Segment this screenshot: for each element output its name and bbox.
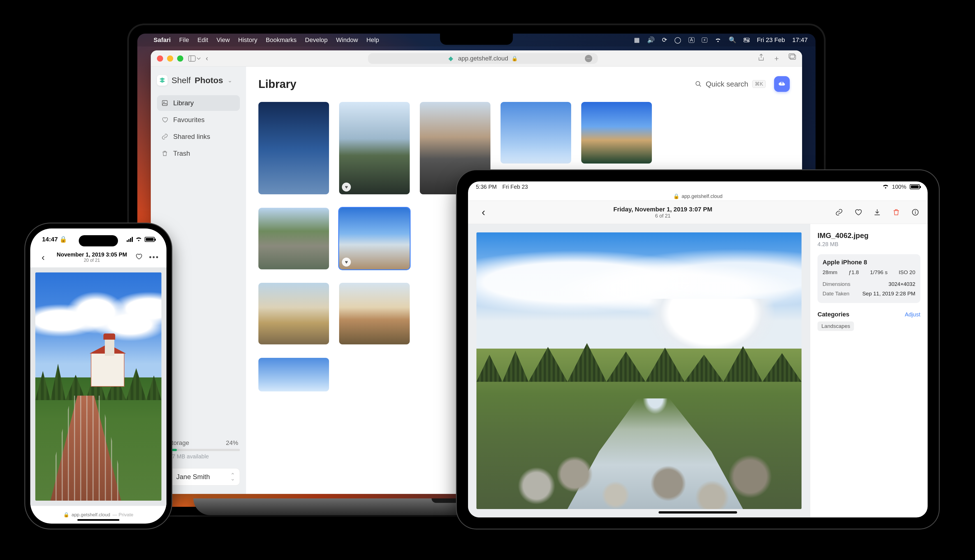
- dimensions-value: 3024×4032: [888, 281, 915, 287]
- sidebar-item-trash[interactable]: Trash: [157, 146, 240, 161]
- upload-cloud-icon: [778, 80, 786, 88]
- menubar-date[interactable]: Fri 23 Feb: [757, 37, 785, 44]
- minimize-icon[interactable]: [167, 55, 173, 62]
- delete-icon[interactable]: [892, 208, 900, 216]
- link-icon: [161, 133, 169, 140]
- menubar-time[interactable]: 17:47: [792, 37, 808, 44]
- meta-device: Apple iPhone 8: [823, 259, 915, 266]
- menu-edit[interactable]: Edit: [197, 37, 208, 44]
- menu-view[interactable]: View: [217, 37, 230, 44]
- new-tab-icon[interactable]: ＋: [773, 53, 780, 63]
- photo-thumb[interactable]: [581, 102, 652, 163]
- photo-thumb[interactable]: [339, 283, 410, 344]
- home-indicator[interactable]: [659, 511, 737, 513]
- battery-icon[interactable]: ⚡︎: [702, 38, 707, 43]
- heart-icon: [161, 117, 169, 123]
- control-center-icon[interactable]: [744, 38, 750, 42]
- safari-bottom-bar[interactable]: 🔒 app.getshelf.cloud — Private: [30, 506, 166, 523]
- svg-point-3: [748, 41, 749, 42]
- date-taken-label: Date Taken: [823, 291, 850, 297]
- storage-percent: 24%: [226, 439, 238, 447]
- wifi-icon: [883, 185, 889, 189]
- menu-file[interactable]: File: [179, 37, 189, 44]
- more-icon[interactable]: •••: [149, 253, 159, 262]
- lock-icon: 🔒: [64, 512, 69, 518]
- meta-shutter: 1/796 s: [870, 269, 888, 275]
- menu-window[interactable]: Window: [336, 37, 358, 44]
- categories-heading: Categories: [818, 311, 850, 318]
- wifi-icon: [135, 237, 142, 242]
- expand-icon: ⌃⌄: [230, 474, 235, 480]
- sidebar-item-shared[interactable]: Shared links: [157, 129, 240, 145]
- favourite-badge-icon[interactable]: ♥: [342, 258, 351, 267]
- home-indicator[interactable]: [77, 519, 119, 521]
- photo-canvas[interactable]: [468, 224, 810, 517]
- menu-app-name[interactable]: Safari: [154, 37, 171, 44]
- photo-thumb[interactable]: ♥: [339, 102, 410, 194]
- menubar-extra-icon[interactable]: ▦: [634, 37, 640, 44]
- menu-history[interactable]: History: [238, 37, 257, 44]
- svg-point-2: [745, 38, 746, 40]
- info-icon[interactable]: [911, 208, 919, 216]
- menu-develop[interactable]: Develop: [305, 37, 328, 44]
- search-button[interactable]: Quick search ⌘K: [695, 80, 766, 88]
- photo-canvas[interactable]: [30, 267, 166, 506]
- back-button[interactable]: ‹: [38, 252, 49, 263]
- window-controls[interactable]: [157, 55, 183, 62]
- favourite-icon[interactable]: [854, 208, 862, 216]
- photo-thumb[interactable]: ♥: [339, 208, 410, 269]
- chevron-down-icon: ⌄: [227, 77, 232, 84]
- battery-icon: [145, 237, 155, 242]
- safari-sidebar-button[interactable]: [188, 55, 201, 62]
- multitask-dots-icon[interactable]: • • •: [692, 193, 704, 198]
- close-icon[interactable]: [157, 55, 163, 62]
- ipad-device: • • • 5:36 PM Fri Feb 23 100% 🔒 app.gets…: [457, 170, 939, 528]
- fullscreen-icon[interactable]: [177, 55, 183, 62]
- photo-thumb[interactable]: [258, 102, 329, 194]
- back-button[interactable]: ‹: [477, 207, 490, 218]
- safari-toolbar: ‹ ◆ app.getshelf.cloud 🔒 ⋯: [151, 50, 802, 67]
- viewer-title: November 1, 2019 3:05 PM: [49, 252, 135, 258]
- url-text: app.getshelf.cloud: [72, 512, 110, 518]
- safari-back-button[interactable]: ‹: [206, 54, 208, 63]
- share-icon[interactable]: [758, 53, 764, 63]
- menu-help[interactable]: Help: [366, 37, 379, 44]
- reader-icon[interactable]: ⋯: [585, 55, 592, 62]
- tabs-overview-icon[interactable]: [789, 53, 796, 63]
- svg-rect-6: [790, 55, 796, 59]
- share-link-icon[interactable]: [835, 208, 843, 216]
- svg-rect-4: [189, 56, 195, 61]
- spotlight-icon[interactable]: 🔍: [729, 37, 736, 44]
- sidebar-item-favourites[interactable]: Favourites: [157, 112, 240, 128]
- download-icon[interactable]: [873, 208, 881, 216]
- app-brand[interactable]: Shelf Photos ⌄: [157, 75, 240, 86]
- volume-icon[interactable]: 🔊: [647, 37, 655, 44]
- date-taken-value: Sep 11, 2019 2:28 PM: [862, 291, 915, 297]
- input-source-icon[interactable]: A: [689, 37, 694, 43]
- sidebar-item-library[interactable]: Library: [157, 95, 240, 111]
- adjust-link[interactable]: Adjust: [905, 312, 920, 318]
- svg-point-11: [696, 82, 700, 85]
- upload-button[interactable]: [774, 76, 790, 92]
- user-name: Jane Smith: [176, 473, 210, 481]
- category-tag[interactable]: Landscapes: [818, 322, 854, 331]
- photo-thumb[interactable]: [258, 358, 329, 392]
- filesize: 4.28 MB: [818, 241, 920, 248]
- brand-name: Shelf: [172, 76, 191, 85]
- dynamic-island: [79, 235, 118, 247]
- favourite-icon[interactable]: [135, 253, 142, 262]
- wifi-icon[interactable]: [715, 38, 721, 43]
- search-icon: [695, 81, 702, 87]
- menu-bookmarks[interactable]: Bookmarks: [266, 37, 296, 44]
- photo-thumb[interactable]: [258, 208, 329, 269]
- photo-thumb[interactable]: [258, 283, 329, 344]
- dimensions-label: Dimensions: [823, 281, 850, 287]
- viewer-counter: 6 of 21: [490, 213, 835, 219]
- user-icon[interactable]: ◯: [674, 37, 681, 44]
- safari-address-bar[interactable]: ◆ app.getshelf.cloud 🔒 ⋯: [368, 53, 598, 64]
- photo-viewer-toolbar: ‹ November 1, 2019 3:05 PM 20 of 21 •••: [30, 250, 166, 267]
- sync-icon[interactable]: ⟳: [662, 37, 667, 44]
- favourite-badge-icon[interactable]: ♥: [342, 183, 351, 192]
- photo-thumb[interactable]: [500, 102, 571, 163]
- battery-percent: 100%: [892, 184, 906, 190]
